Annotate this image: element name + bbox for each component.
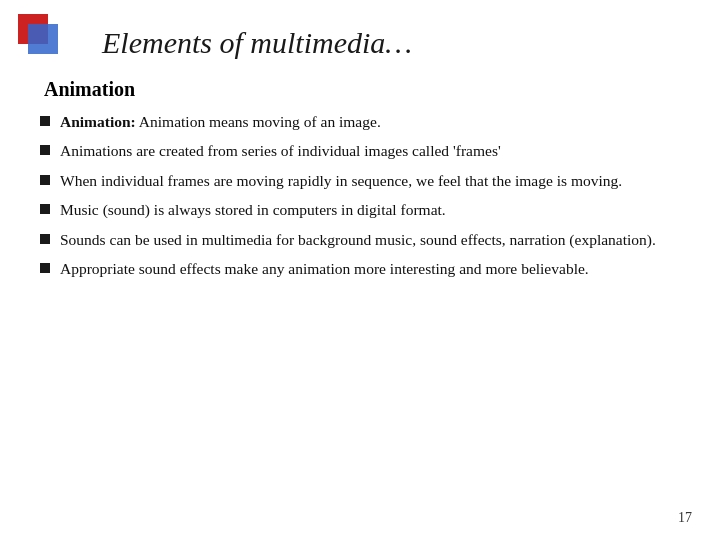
bullet-icon bbox=[40, 263, 50, 273]
bullet-text-6: Appropriate sound effects make any anima… bbox=[60, 258, 680, 280]
bullet-icon bbox=[40, 145, 50, 155]
bullet-icon bbox=[40, 204, 50, 214]
bullet-text-4: Music (sound) is always stored in comput… bbox=[60, 199, 680, 221]
bullet-list: Animation: Animation means moving of an … bbox=[40, 111, 680, 281]
bullet-text-1: Animation: Animation means moving of an … bbox=[60, 111, 680, 133]
bullet-text-1-rest: Animation means moving of an image. bbox=[139, 113, 381, 130]
section-heading: Animation bbox=[40, 78, 680, 101]
square-blue bbox=[28, 24, 58, 54]
bullet-text-2: Animations are created from series of in… bbox=[60, 140, 680, 162]
slide-container: Elements of multimedia… Animation Animat… bbox=[0, 0, 720, 540]
deco-squares bbox=[18, 14, 70, 66]
slide-title: Elements of multimedia… bbox=[40, 20, 680, 78]
bullet-icon bbox=[40, 175, 50, 185]
bullet-icon bbox=[40, 234, 50, 244]
bold-label-1: Animation: bbox=[60, 113, 136, 130]
list-item: Sounds can be used in multimedia for bac… bbox=[40, 229, 680, 251]
bullet-text-5: Sounds can be used in multimedia for bac… bbox=[60, 229, 680, 251]
bullet-text-3: When individual frames are moving rapidl… bbox=[60, 170, 680, 192]
page-number: 17 bbox=[678, 510, 692, 526]
list-item: When individual frames are moving rapidl… bbox=[40, 170, 680, 192]
bullet-icon bbox=[40, 116, 50, 126]
list-item: Music (sound) is always stored in comput… bbox=[40, 199, 680, 221]
list-item: Animation: Animation means moving of an … bbox=[40, 111, 680, 133]
list-item: Animations are created from series of in… bbox=[40, 140, 680, 162]
list-item: Appropriate sound effects make any anima… bbox=[40, 258, 680, 280]
